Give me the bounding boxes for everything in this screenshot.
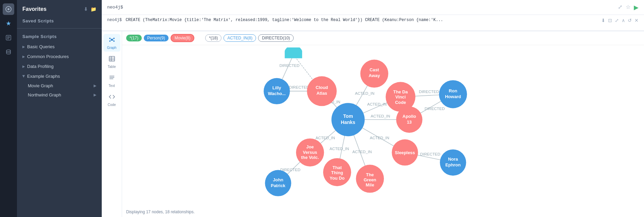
query-bar-top: neo4j$ ⤢ ☆ ▶ <box>102 0 644 15</box>
files-nav-icon[interactable] <box>3 32 14 43</box>
svg-text:DIRECTED: DIRECTED <box>419 89 439 94</box>
tag-bar: *(17) Person(9) Movie(8) *(18) ACTED_IN(… <box>122 31 644 45</box>
favorites-nav-icon[interactable]: ★ <box>3 18 14 29</box>
refresh-icon[interactable]: ↺ <box>628 18 632 23</box>
svg-text:Cloud: Cloud <box>316 85 328 90</box>
tag-all-nodes[interactable]: *(17) <box>126 35 142 41</box>
svg-text:ACTED_IN: ACTED_IN <box>330 146 349 151</box>
download-code-icon[interactable]: ⬇ <box>601 18 605 23</box>
code-text: neo4j$ CREATE (TheMatrix:Movie {title:'T… <box>107 18 599 22</box>
node-partial[interactable] <box>284 45 303 65</box>
expand-code-icon[interactable]: ⤢ <box>615 18 619 23</box>
child-label: Movie Graph <box>28 83 53 88</box>
close-icon[interactable]: ✕ <box>635 18 639 23</box>
svg-text:Hanks: Hanks <box>341 120 355 125</box>
tree-item-label: Basic Queries <box>27 44 55 49</box>
download-icon[interactable]: ⬇ <box>84 6 88 12</box>
svg-text:the Volc.: the Volc. <box>301 155 319 160</box>
svg-text:Green: Green <box>364 177 376 182</box>
query-bar-code-actions: ⬇ ⊡ ⤢ ∧ ↺ ✕ <box>601 18 639 23</box>
tree-item-data-profiling[interactable]: ▶ Data Profiling <box>17 61 102 71</box>
left-panel: Favorites ⬇ 📁 Saved Scripts Sample Scrip… <box>17 0 102 217</box>
tree-item-example-graphs[interactable]: ▶ Example Graphs <box>17 71 102 81</box>
saved-scripts-section: Saved Scripts <box>17 16 102 27</box>
svg-text:The: The <box>366 172 374 177</box>
svg-text:DIRECTED: DIRECTED <box>425 106 445 111</box>
star-icon[interactable]: ☆ <box>626 4 630 11</box>
code-view-button[interactable]: Code <box>103 91 120 109</box>
panel-header: Favorites ⬇ 📁 <box>17 0 102 16</box>
graph-view-icon <box>109 36 115 45</box>
svg-text:DIRECTED: DIRECTED <box>420 152 440 156</box>
app-logo[interactable] <box>3 3 14 15</box>
svg-point-10 <box>109 40 111 42</box>
svg-text:Patrick: Patrick <box>271 183 286 188</box>
table-view-button[interactable]: Table <box>103 53 120 71</box>
svg-text:John: John <box>273 177 284 182</box>
expand-icon[interactable]: ⤢ <box>618 4 622 11</box>
table-view-icon <box>109 55 115 64</box>
svg-text:Code: Code <box>395 100 406 105</box>
tag-directed[interactable]: DIRECTED(10) <box>258 34 294 42</box>
svg-text:Vinci: Vinci <box>395 94 406 100</box>
copy-icon[interactable]: ⊡ <box>608 18 612 23</box>
header-icons: ⬇ 📁 <box>84 6 96 12</box>
tag-acted-in[interactable]: ACTED_IN(8) <box>223 34 256 42</box>
tree-item-common-procedures[interactable]: ▶ Common Procedures <box>17 52 102 61</box>
svg-text:Versus: Versus <box>303 150 317 155</box>
tree-child-movie-graph[interactable]: Movie Graph ▶ <box>22 81 102 90</box>
code-view-label: Code <box>108 103 116 107</box>
tree-item-label: Example Graphs <box>27 74 60 79</box>
svg-rect-16 <box>109 56 115 61</box>
tree-item-label: Common Procedures <box>27 54 69 59</box>
tag-all-rels[interactable]: *(18) <box>205 34 221 42</box>
svg-text:Atlas: Atlas <box>316 91 327 96</box>
svg-text:ACTED_IN: ACTED_IN <box>370 135 389 140</box>
svg-text:Ron: Ron <box>449 88 457 93</box>
graph-view-button[interactable]: Graph <box>103 34 120 52</box>
query-bar-code: neo4j$ CREATE (TheMatrix:Movie {title:'T… <box>102 15 644 31</box>
svg-line-12 <box>111 39 111 39</box>
tag-movie[interactable]: Movie(8) <box>171 34 195 42</box>
collapse-icon[interactable]: ∧ <box>622 18 625 23</box>
graph-view-label: Graph <box>107 46 117 50</box>
text-view-icon <box>109 74 115 83</box>
folder-icon[interactable]: 📁 <box>91 6 96 12</box>
text-view-label: Text <box>109 84 115 88</box>
svg-point-6 <box>6 50 11 52</box>
svg-text:Away: Away <box>369 73 380 78</box>
svg-text:Nora: Nora <box>448 157 458 162</box>
status-bar: Displaying 17 nodes, 18 relationships. <box>126 210 195 214</box>
svg-text:ACTED_IN: ACTED_IN <box>352 150 372 154</box>
graph-svg: ACTED_IN ACTED_IN ACTED_IN ACTED_IN ACTE… <box>122 45 644 212</box>
code-view-icon <box>109 93 115 102</box>
svg-text:Wacho...: Wacho... <box>268 91 286 96</box>
tree-child-northwind-graph[interactable]: Northwind Graph ▶ <box>22 90 102 100</box>
child-label: Northwind Graph <box>28 92 61 97</box>
svg-text:Joe: Joe <box>306 144 314 149</box>
play-icon[interactable]: ▶ <box>94 84 96 88</box>
svg-text:That: That <box>333 165 342 170</box>
svg-line-15 <box>113 40 113 41</box>
svg-text:Mile: Mile <box>366 183 374 188</box>
database-nav-icon[interactable] <box>3 46 14 58</box>
tree-item-basic-queries[interactable]: ▶ Basic Queries <box>17 42 102 52</box>
sample-scripts-header: Sample Scripts <box>17 30 102 42</box>
svg-text:Tom: Tom <box>343 113 353 119</box>
svg-text:Thing: Thing <box>331 170 343 175</box>
panel-title: Favorites <box>22 6 46 12</box>
text-view-button[interactable]: Text <box>103 72 120 90</box>
saved-scripts-label: Saved Scripts <box>22 18 54 23</box>
play-icon[interactable]: ▶ <box>94 93 96 97</box>
view-panel: Graph Table Text Code <box>102 31 644 217</box>
svg-point-7 <box>111 39 113 41</box>
svg-text:Sleepless: Sleepless <box>395 150 415 155</box>
svg-text:Lilly: Lilly <box>272 85 281 90</box>
svg-point-11 <box>113 40 115 42</box>
tag-person[interactable]: Person(9) <box>144 35 169 41</box>
svg-text:ACTED_IN: ACTED_IN <box>371 114 390 118</box>
arrow-icon: ▶ <box>22 55 25 58</box>
run-icon[interactable]: ▶ <box>634 4 639 11</box>
main-content: neo4j$ ⤢ ☆ ▶ neo4j$ CREATE (TheMatrix:Mo… <box>102 0 644 217</box>
svg-text:Apollo: Apollo <box>403 114 416 119</box>
